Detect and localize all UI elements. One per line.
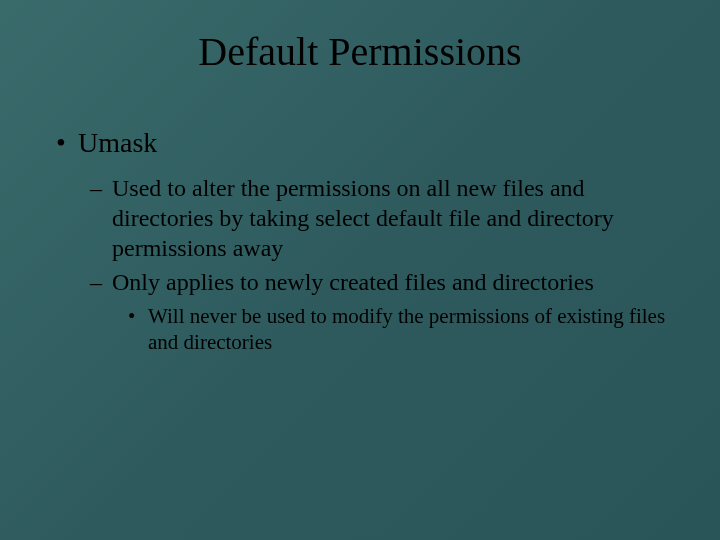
bullet-level2: Used to alter the permissions on all new… bbox=[50, 173, 670, 263]
bullet-level3: Will never be used to modify the permiss… bbox=[50, 303, 670, 356]
bullet-level1: Umask bbox=[50, 127, 670, 159]
bullet-level2: Only applies to newly created files and … bbox=[50, 267, 670, 297]
slide: Default Permissions Umask Used to alter … bbox=[0, 0, 720, 540]
slide-title: Default Permissions bbox=[50, 28, 670, 75]
